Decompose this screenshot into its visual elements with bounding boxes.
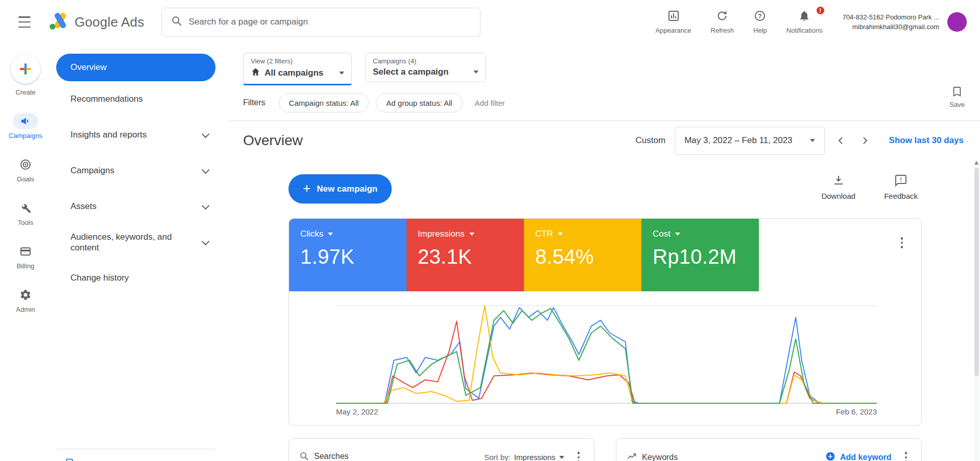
dropdown-arrow-icon xyxy=(675,233,680,236)
add-keyword-button[interactable]: Add keyword xyxy=(825,451,891,461)
feedback-button[interactable]: ! Feedback xyxy=(884,174,918,200)
refresh-icon xyxy=(716,10,728,24)
logo-text: Google Ads xyxy=(75,14,144,30)
sidebar-change-history-label: Change history xyxy=(70,272,129,283)
rail-item-tools[interactable]: Tools xyxy=(13,200,38,226)
scorecard-label: Clicks xyxy=(300,229,323,239)
campaign-selector[interactable]: Campaigns (4) Select a campaign xyxy=(365,53,486,82)
filter-chip-label: Campaign status: All xyxy=(289,99,359,107)
save-button[interactable]: Save xyxy=(949,86,965,108)
add-filter-button[interactable]: Add filter xyxy=(475,99,505,107)
appearance-button[interactable]: Appearance xyxy=(646,10,701,34)
save-label: Save xyxy=(949,101,965,108)
dropdown-arrow-icon xyxy=(339,72,344,75)
date-mode-label: Custom xyxy=(636,135,666,146)
rail-billing-label: Billing xyxy=(17,262,35,270)
overview-content: Overview Custom May 3, 2022 – Feb 11, 20… xyxy=(229,121,980,461)
tools-icon xyxy=(13,200,38,216)
dropdown-arrow-icon xyxy=(558,233,563,236)
mobile-app-link[interactable]: Get the Google Ads mobile app xyxy=(65,458,216,461)
account-id: 704-832-5162 Podomoro Park ... xyxy=(843,12,939,22)
keywords-card-title: Keywords xyxy=(642,453,678,461)
sort-by-label: Sort by: xyxy=(484,453,511,461)
sidebar-item-insights-and-reports[interactable]: Insights and reports xyxy=(56,117,224,153)
feedback-label: Feedback xyxy=(884,192,918,200)
show-last-30-days-link[interactable]: Show last 30 days xyxy=(889,135,964,146)
rail-item-goals[interactable]: Goals xyxy=(13,157,38,183)
rail-goals-label: Goals xyxy=(17,175,34,183)
ads-logo-icon xyxy=(48,11,69,33)
overview-chart: May 2, 2022 Feb 6, 2023 xyxy=(336,306,877,416)
sidebar-item-recommendations[interactable]: Recommendations xyxy=(56,81,224,117)
help-icon: ? xyxy=(754,10,766,24)
chevron-down-icon xyxy=(202,130,210,138)
rail-item-billing[interactable]: Billing xyxy=(13,244,38,270)
keywords-menu-button[interactable] xyxy=(902,449,911,461)
svg-text:?: ? xyxy=(758,13,762,20)
date-range-selector[interactable]: May 3, 2022 – Feb 11, 2023 xyxy=(675,127,824,155)
download-icon xyxy=(832,174,845,188)
rail-item-campaigns[interactable]: Campaigns xyxy=(9,113,42,140)
next-period-button[interactable] xyxy=(856,132,874,149)
scorecard-clicks[interactable]: Clicks 1.97K xyxy=(289,219,407,291)
view-selector-label: View (2 filters) xyxy=(251,57,344,65)
previous-period-button[interactable] xyxy=(832,132,849,149)
sidebar-item-campaigns[interactable]: Campaigns xyxy=(56,153,224,189)
campaigns-icon xyxy=(13,113,38,129)
menu-button[interactable] xyxy=(18,16,33,28)
sidebar-item-overview[interactable]: Overview xyxy=(56,54,216,81)
chevron-down-icon xyxy=(202,237,210,245)
searches-menu-button[interactable] xyxy=(575,449,583,461)
card-menu-button[interactable] xyxy=(898,234,906,251)
search-icon xyxy=(299,451,309,461)
avatar[interactable] xyxy=(947,12,967,32)
sidebar-recommendations-label: Recommendations xyxy=(70,94,143,104)
dropdown-arrow-icon xyxy=(328,233,333,236)
filter-chip-campaign-status[interactable]: Campaign status: All xyxy=(279,93,369,112)
sidebar-item-change-history[interactable]: Change history xyxy=(56,260,224,296)
scorecard-value: 8.54% xyxy=(535,245,641,268)
filter-chip-ad-group-status[interactable]: Ad group status: All xyxy=(376,93,462,112)
rail-item-admin[interactable]: Admin xyxy=(13,287,38,313)
search-input[interactable] xyxy=(188,17,480,27)
goals-icon xyxy=(13,157,38,172)
refresh-button[interactable]: Refresh xyxy=(701,10,744,34)
keywords-card: Keywords Add keyword xyxy=(616,438,922,461)
view-selector[interactable]: View (2 filters) All campaigns xyxy=(243,53,352,85)
scorecard-ctr[interactable]: CTR 8.54% xyxy=(524,219,641,291)
vertical-scrollbar[interactable] xyxy=(974,159,979,461)
add-keyword-label: Add keyword xyxy=(840,453,891,461)
appearance-label: Appearance xyxy=(655,27,691,34)
sidebar-item-assets[interactable]: Assets xyxy=(56,189,224,224)
google-ads-app: Google Ads Appearance Refresh xyxy=(0,0,980,461)
google-ads-logo[interactable]: Google Ads xyxy=(48,11,144,33)
notifications-button[interactable]: ! Notifications xyxy=(777,10,832,34)
overview-header: Overview Custom May 3, 2022 – Feb 11, 20… xyxy=(243,126,964,155)
left-rail: Create Campaigns Goals Tools Billing xyxy=(0,44,51,461)
scorecard-cost[interactable]: Cost Rp10.2M xyxy=(641,219,759,291)
sidebar-item-audiences-keywords-content[interactable]: Audiences, keywords, and content xyxy=(56,224,224,260)
keywords-icon xyxy=(627,451,637,461)
insight-cards: Searches Sort by: Impressions xyxy=(289,438,922,461)
searches-card-title: Searches xyxy=(314,452,349,461)
save-bookmark-icon xyxy=(951,86,963,99)
add-circle-icon xyxy=(825,451,835,461)
rail-admin-label: Admin xyxy=(16,306,35,313)
download-button[interactable]: Download xyxy=(821,174,855,200)
create-button[interactable]: Create xyxy=(11,54,40,96)
download-label: Download xyxy=(821,192,855,200)
mobile-phone-icon xyxy=(65,458,74,461)
chevron-down-icon xyxy=(202,201,210,210)
scrollbar-thumb[interactable] xyxy=(974,168,979,376)
scorecard-impressions[interactable]: Impressions 23.1K xyxy=(407,219,524,291)
new-campaign-button[interactable]: + New campaign xyxy=(289,174,392,203)
create-plus-icon xyxy=(11,54,40,84)
scroll-up-arrow-icon[interactable] xyxy=(974,161,978,165)
global-search[interactable] xyxy=(161,8,481,37)
help-button[interactable]: ? Help xyxy=(744,10,777,34)
scorecard-value: Rp10.2M xyxy=(653,245,759,268)
sidebar-campaigns-label: Campaigns xyxy=(70,165,114,176)
sort-by-dropdown[interactable]: Sort by: Impressions xyxy=(484,453,564,461)
chevron-down-icon xyxy=(202,166,210,174)
help-label: Help xyxy=(753,27,767,34)
